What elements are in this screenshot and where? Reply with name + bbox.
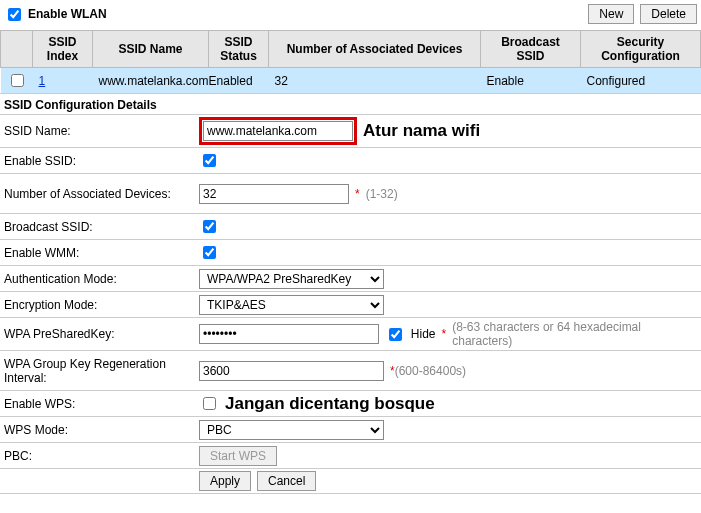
group-key-input[interactable] xyxy=(199,361,384,381)
enable-ssid-checkbox[interactable] xyxy=(203,154,216,167)
enc-mode-label: Encryption Mode: xyxy=(4,298,199,312)
ssid-name-annotation: Atur nama wifi xyxy=(363,121,480,141)
col-ssid-name: SSID Name xyxy=(93,31,209,68)
num-assoc-hint: (1-32) xyxy=(366,187,398,201)
pbc-label: PBC: xyxy=(4,449,199,463)
enable-wmm-label: Enable WMM: xyxy=(4,246,199,260)
col-security: Security Configuration xyxy=(581,31,701,68)
table-row[interactable]: 1 www.matelanka.com Enabled 32 Enable Co… xyxy=(1,68,701,94)
row-name: www.matelanka.com xyxy=(93,68,209,94)
ssid-name-highlight xyxy=(199,117,357,145)
enable-ssid-label: Enable SSID: xyxy=(4,154,199,168)
ssid-name-input[interactable] xyxy=(203,121,353,141)
num-assoc-label: Number of Associated Devices: xyxy=(4,187,199,201)
required-star: * xyxy=(442,327,447,341)
col-ssid-index: SSID Index xyxy=(33,31,93,68)
enable-wps-label: Enable WPS: xyxy=(4,397,199,411)
col-num-assoc: Number of Associated Devices xyxy=(269,31,481,68)
col-ssid-status: SSID Status xyxy=(209,31,269,68)
start-wps-button[interactable]: Start WPS xyxy=(199,446,277,466)
enable-wlan-checkbox[interactable] xyxy=(8,8,21,21)
group-key-hint: (600-86400s) xyxy=(395,364,466,378)
row-num-assoc: 32 xyxy=(269,68,481,94)
required-star: * xyxy=(355,187,360,201)
enable-wps-checkbox[interactable] xyxy=(203,397,216,410)
apply-button[interactable]: Apply xyxy=(199,471,251,491)
broadcast-ssid-label: Broadcast SSID: xyxy=(4,220,199,234)
cancel-button[interactable]: Cancel xyxy=(257,471,316,491)
psk-input[interactable] xyxy=(199,324,379,344)
enc-mode-select[interactable]: TKIP&AES xyxy=(199,295,384,315)
hide-label: Hide xyxy=(411,327,436,341)
row-security: Configured xyxy=(581,68,701,94)
hide-psk-checkbox[interactable] xyxy=(389,328,402,341)
group-key-label: WPA Group Key Regeneration Interval: xyxy=(4,357,199,385)
row-broadcast: Enable xyxy=(481,68,581,94)
row-select-checkbox[interactable] xyxy=(11,74,24,87)
auth-mode-label: Authentication Mode: xyxy=(4,272,199,286)
delete-button[interactable]: Delete xyxy=(640,4,697,24)
new-button[interactable]: New xyxy=(588,4,634,24)
wps-mode-select[interactable]: PBC xyxy=(199,420,384,440)
ssid-table: SSID Index SSID Name SSID Status Number … xyxy=(0,30,701,93)
enable-wmm-checkbox[interactable] xyxy=(203,246,216,259)
row-index-link[interactable]: 1 xyxy=(39,74,46,88)
auth-mode-select[interactable]: WPA/WPA2 PreSharedKey xyxy=(199,269,384,289)
row-status: Enabled xyxy=(209,68,269,94)
num-assoc-input[interactable] xyxy=(199,184,349,204)
enable-wlan-label: Enable WLAN xyxy=(4,5,107,24)
ssid-name-label: SSID Name: xyxy=(4,124,199,138)
psk-hint: (8-63 characters or 64 hexadecimal chara… xyxy=(452,320,697,348)
enable-wlan-text: Enable WLAN xyxy=(28,7,107,21)
enable-wps-annotation: Jangan dicentang bosque xyxy=(225,394,435,414)
wps-mode-label: WPS Mode: xyxy=(4,423,199,437)
broadcast-ssid-checkbox[interactable] xyxy=(203,220,216,233)
col-broadcast: Broadcast SSID xyxy=(481,31,581,68)
section-title: SSID Configuration Details xyxy=(0,93,701,114)
psk-label: WPA PreSharedKey: xyxy=(4,327,199,341)
